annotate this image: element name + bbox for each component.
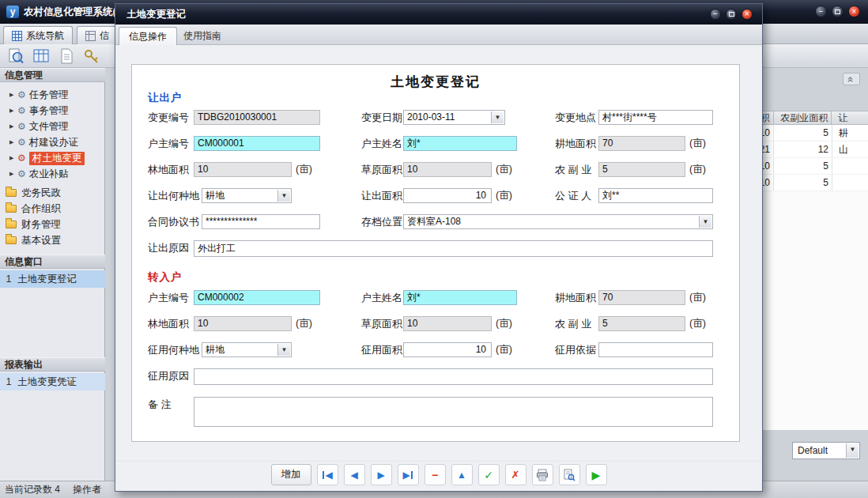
report-item-land-change-cert[interactable]: 1 土地变更凭证 <box>0 373 105 390</box>
grid-icon <box>85 31 96 41</box>
child-maximize-button[interactable] <box>726 9 737 20</box>
tab-label: 系统导航 <box>26 29 64 43</box>
notary-field[interactable]: 刘** <box>598 188 713 203</box>
change-date-select[interactable]: 2010-03-11 ▼ <box>403 110 505 125</box>
execute-icon: ▶ <box>592 470 601 481</box>
child-window-land-change: 土地变更登记 − × 信息操作 使用指南 土地变更登记 让出户 变更编号 TDB… <box>115 3 763 492</box>
child-titlebar[interactable]: 土地变更登记 − × <box>115 4 762 25</box>
delete-record-icon: − <box>432 470 438 481</box>
next-record-button[interactable]: ▶ <box>371 464 392 485</box>
preview-button[interactable] <box>559 464 580 485</box>
child-close-button[interactable]: × <box>742 9 753 20</box>
delete-record-button[interactable]: − <box>425 464 446 485</box>
maximize-button[interactable] <box>832 6 843 17</box>
out-grass-area-label: 草原面积 <box>361 162 402 177</box>
contract-field[interactable]: ************** <box>202 214 320 229</box>
change-place-field[interactable]: 村***街****号 <box>598 110 713 125</box>
record-count-text: 当前记录数 4 <box>5 481 60 498</box>
in-owner-name-label: 户主姓名 <box>361 290 402 305</box>
column-header[interactable]: 让 <box>831 111 868 124</box>
tab-system-nav[interactable]: 系统导航 <box>3 26 73 44</box>
child-tab-bar: 信息操作 使用指南 <box>115 25 762 45</box>
default-style-select[interactable]: Default ▼ <box>792 442 860 459</box>
chevron-down-icon[interactable]: ▼ <box>491 111 504 123</box>
folder-icon <box>6 189 17 197</box>
sidebar-item-file-mgmt[interactable]: ▶ ⚙ 文件管理 <box>0 119 105 134</box>
sidebar-item-task-mgmt[interactable]: ▶ ⚙ 任务管理 <box>0 87 105 103</box>
in-sideline-field: 5 <box>598 316 685 331</box>
item-label: 土地变更登记 <box>17 273 77 286</box>
sidebar-item-basic-settings[interactable]: 基本设置 <box>0 232 105 248</box>
close-icon: × <box>745 10 749 18</box>
document-icon[interactable] <box>57 47 76 66</box>
in-owner-name-field[interactable]: 刘* <box>403 290 517 305</box>
key-icon[interactable] <box>82 47 101 66</box>
archive-select[interactable]: 资料室A-108 ▼ <box>403 214 713 229</box>
child-window-controls: − × <box>710 9 753 20</box>
child-minimize-button[interactable]: − <box>710 9 721 20</box>
sidebar-header-report-output[interactable]: 报表输出 <box>0 357 105 372</box>
note-field[interactable] <box>194 397 713 427</box>
chevron-down-icon[interactable]: ▼ <box>277 190 290 202</box>
in-land-kind-select[interactable]: 耕地 ▼ <box>202 342 292 357</box>
out-sideline-label: 农 副 业 <box>555 162 591 177</box>
sidebar-item-label: 农业补贴 <box>29 168 69 181</box>
item-index: 1 <box>0 376 17 387</box>
sidebar-item-agri-subsidy[interactable]: ▶ ⚙ 农业补贴 <box>0 166 105 182</box>
in-reason-field[interactable] <box>194 368 713 385</box>
bar-icon <box>323 471 324 479</box>
sidebar-item-land-change[interactable]: ▶ ⚙ 村土地变更 <box>0 150 105 166</box>
child-window-title: 土地变更登记 <box>126 4 186 25</box>
last-record-icon: ▶ <box>402 470 409 480</box>
out-land-kind-select[interactable]: 耕地 ▼ <box>202 188 292 203</box>
unit-mu: (亩) <box>496 162 512 177</box>
sidebar-item-finance-mgmt[interactable]: 财务管理 <box>0 217 105 232</box>
sidebar-item-coop-org[interactable]: 合作组织 <box>0 201 105 217</box>
prior-record-button[interactable]: ◀ <box>344 464 365 485</box>
chevron-down-icon[interactable]: ▼ <box>846 443 859 458</box>
chevron-down-icon[interactable]: ▼ <box>277 344 290 356</box>
change-code-label: 变更编号 <box>148 110 189 125</box>
unit-mu: (亩) <box>689 162 706 177</box>
out-owner-id-field[interactable]: CM000001 <box>194 136 320 151</box>
tab-user-guide[interactable]: 使用指南 <box>174 27 231 45</box>
in-area-field[interactable]: 10 <box>403 342 492 357</box>
column-header[interactable]: 农副业面积 <box>773 111 832 124</box>
post-record-button[interactable]: ✓ <box>478 464 500 485</box>
sidebar-item-party-civil[interactable]: 党务民政 <box>0 185 105 201</box>
in-owner-id-field[interactable]: CM000002 <box>194 290 320 305</box>
gear-icon: ⚙ <box>17 138 26 147</box>
in-land-kind-label: 征用何种地 <box>148 342 199 357</box>
out-reason-field[interactable]: 外出打工 <box>194 240 713 257</box>
sidebar-item-label: 文件管理 <box>29 120 69 134</box>
first-record-button[interactable]: ◀ <box>317 464 338 485</box>
sidebar-item-village-permit[interactable]: ▶ ⚙ 村建设办证 <box>0 134 105 150</box>
sidebar-header-info-mgmt[interactable]: 信息管理 <box>0 68 105 82</box>
preview-magnifier-icon <box>563 469 576 481</box>
sidebar-header-info-window[interactable]: 信息窗口 <box>0 255 105 269</box>
search-icon[interactable] <box>6 47 25 66</box>
sidebar-item-affair-mgmt[interactable]: ▶ ⚙ 事务管理 <box>0 103 105 119</box>
sidebar-item-label: 任务管理 <box>29 89 69 102</box>
info-window-item-land-change[interactable]: 1 土地变更登记 <box>0 270 105 288</box>
edit-record-button[interactable]: ▲ <box>451 464 473 485</box>
minimize-button[interactable]: − <box>815 6 827 17</box>
sidebar-item-label: 事务管理 <box>29 104 69 118</box>
in-sideline-label: 农 副 业 <box>555 316 591 331</box>
table-icon[interactable] <box>32 47 51 66</box>
print-button[interactable] <box>532 464 553 485</box>
execute-button[interactable]: ▶ <box>586 464 607 485</box>
in-basis-field[interactable] <box>598 342 713 357</box>
cancel-record-button[interactable]: ✗ <box>505 464 526 485</box>
tab-info-operation[interactable]: 信息操作 <box>119 27 177 45</box>
last-record-button[interactable]: ▶ <box>398 464 419 485</box>
sidebar-item-label: 村建设办证 <box>29 136 79 149</box>
chevron-down-icon[interactable]: ▼ <box>699 216 711 228</box>
archive-label: 存档位置 <box>361 214 402 229</box>
out-area-field[interactable]: 10 <box>403 188 492 203</box>
out-grass-area-field: 10 <box>403 162 492 177</box>
collapse-panel-button[interactable]: « <box>843 73 860 85</box>
add-record-button[interactable]: 增加 <box>271 464 311 485</box>
out-owner-name-field[interactable]: 刘* <box>403 136 517 151</box>
close-button[interactable]: × <box>848 6 860 17</box>
